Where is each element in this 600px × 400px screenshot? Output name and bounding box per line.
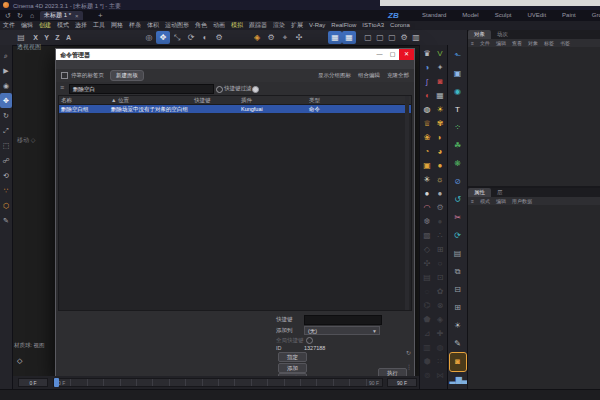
particles-icon[interactable]: ⁘ [450,119,466,137]
mograph-icon[interactable]: ✾ [434,117,447,131]
new-panel-button[interactable]: 新建面板 [110,70,144,81]
panel-menu-item[interactable]: 编辑 [493,39,509,47]
tool-settings-icon[interactable]: ⚙ [212,31,226,44]
palette-icon[interactable]: ✚ [434,327,447,341]
palette-icon[interactable]: ◇ [421,243,434,257]
dialog-titlebar[interactable]: 命令管理器 — ▢ ✕ [56,49,414,60]
shortcut-filter-radio[interactable] [252,86,259,93]
knot-icon[interactable]: ❀ [421,131,434,145]
menu-item[interactable]: 样条 [126,21,144,30]
palette-icon[interactable]: ◍ [434,341,447,355]
current-frame-field[interactable]: 0 F [18,378,48,387]
panel-menu-item[interactable]: 对象 [525,39,541,47]
active-tool-icon[interactable]: ◙ [450,353,466,371]
menu-item[interactable]: 扩展 [288,21,306,30]
points-mode-icon[interactable]: ∵ [0,183,12,198]
column-header[interactable]: ▲ 位置 [109,96,192,104]
add-tab-button[interactable]: + [98,10,103,21]
palette-icon[interactable]: ⌬ [421,299,434,313]
column-header[interactable]: 插件 [239,96,307,104]
layers-icon[interactable]: ⧉ [450,263,466,281]
palette-icon[interactable]: ○ [434,257,447,271]
panel-menu-item[interactable]: 标签 [541,39,557,47]
star-icon[interactable]: ✦ [434,61,447,75]
name-filter-input[interactable]: 删除空白 [69,84,214,94]
gear-icon[interactable]: ⚙ [434,201,447,215]
dialog-toolbar-button[interactable]: 组合编辑 [358,72,380,79]
palette-icon[interactable]: ✣ [421,257,434,271]
panel-menu-item[interactable]: 用户数据 [509,197,535,205]
menu-item[interactable]: 工具 [90,21,108,30]
model-mode-icon[interactable]: ⬚ [0,138,12,153]
move-tool-icon[interactable]: ✥ [156,31,170,44]
camera-icon[interactable]: ◙ [434,75,447,89]
axis-z-lock[interactable]: Z [52,31,63,44]
palette-icon[interactable]: ∷ [434,355,447,369]
palette-icon[interactable]: ⬢ [421,355,434,369]
sphere-icon[interactable]: ◑ [421,61,434,75]
panel-tab[interactable]: 层 [491,188,509,197]
palette-icon[interactable]: ⊗ [434,299,447,313]
disc-icon[interactable]: ◕ [434,145,447,159]
palette-icon[interactable]: ⊡ [434,271,447,285]
name-filter-radio[interactable] [216,86,223,93]
layout-tab[interactable]: Groom [584,10,600,21]
spline-icon[interactable]: ʃ [421,75,434,89]
magnet-icon[interactable]: ◠ [421,201,434,215]
viewport-label[interactable]: 透视视图 [17,43,41,52]
object-manager-body[interactable] [468,47,600,186]
grid-icon[interactable]: ▦ [434,89,447,103]
playhead[interactable] [54,378,59,387]
global-shortcut-checkbox[interactable] [306,337,313,344]
polygons-mode-icon[interactable]: ⬡ [0,198,12,213]
menu-item[interactable]: 选择 [72,21,90,30]
layout-tab[interactable]: Standard [414,10,454,21]
column-header[interactable]: 类型 [307,96,407,104]
burst-icon[interactable]: ✳ [421,173,434,187]
list-scrollbar[interactable] [405,96,409,310]
minimize-button[interactable]: — [373,49,386,60]
rotate-mode-icon[interactable]: ↻ [0,108,12,123]
dome-icon[interactable]: ◗ [434,131,447,145]
snowflake-icon[interactable]: ❆ [421,215,434,229]
volume-icon[interactable]: V [434,47,447,61]
menu-item[interactable]: 模式 [54,21,72,30]
home-icon[interactable]: ⌂ [26,10,38,21]
menu-item[interactable]: 体积 [144,21,162,30]
menu-item[interactable]: Corona [387,21,413,30]
redo-icon[interactable]: ↻ [14,10,26,21]
hamburger-icon[interactable]: ≡ [468,39,477,47]
zoom-tool-icon[interactable]: ⌕ [0,48,12,63]
scale-tool-icon[interactable]: ⤡ [170,31,184,44]
menu-item[interactable]: RealFlow [328,21,359,30]
palette-icon[interactable]: ◈ [434,313,447,327]
close-button[interactable]: ✕ [399,49,414,60]
panel-icon[interactable]: ⊟ [450,281,466,299]
live-selection-icon[interactable]: ◎ [142,31,156,44]
menu-item[interactable]: 渲染 [270,21,288,30]
film-icon[interactable]: ▤ [450,245,466,263]
refresh-icon[interactable]: ↻ [406,349,411,356]
dock-checkbox[interactable] [61,72,68,79]
add-button[interactable]: 添加 [278,363,307,373]
column-header[interactable]: 快捷键 [192,96,239,104]
selection-icon[interactable]: ◉ [0,78,12,93]
menu-item[interactable]: 网格 [108,21,126,30]
half-sphere-icon[interactable]: ◖ [421,89,434,103]
hamburger-icon[interactable]: ≡ [468,197,477,205]
addto-dropdown[interactable]: (无) ▼ [304,326,380,335]
frame-icon[interactable]: ▣ [450,65,466,83]
pen-icon[interactable]: ✎ [450,335,466,353]
palette-icon[interactable]: ✿ [434,285,447,299]
document-tab[interactable]: 未标题 1 * × [40,11,83,20]
menu-item[interactable]: 跟踪器 [246,21,270,30]
menu-item[interactable]: ISTtoA3 [359,21,387,30]
forbid-icon[interactable]: ⊘ [450,173,466,191]
scissors-icon[interactable]: ✂ [450,209,466,227]
palette-icon[interactable]: ◌ [421,285,434,299]
axis-icon[interactable]: ⬑ [450,47,466,65]
palette-icon[interactable]: ▤ [421,271,434,285]
palette-icon[interactable]: ⬟ [421,313,434,327]
panel-menu-item[interactable]: 模式 [477,197,493,205]
palette-icon[interactable]: ⊿ [421,327,434,341]
